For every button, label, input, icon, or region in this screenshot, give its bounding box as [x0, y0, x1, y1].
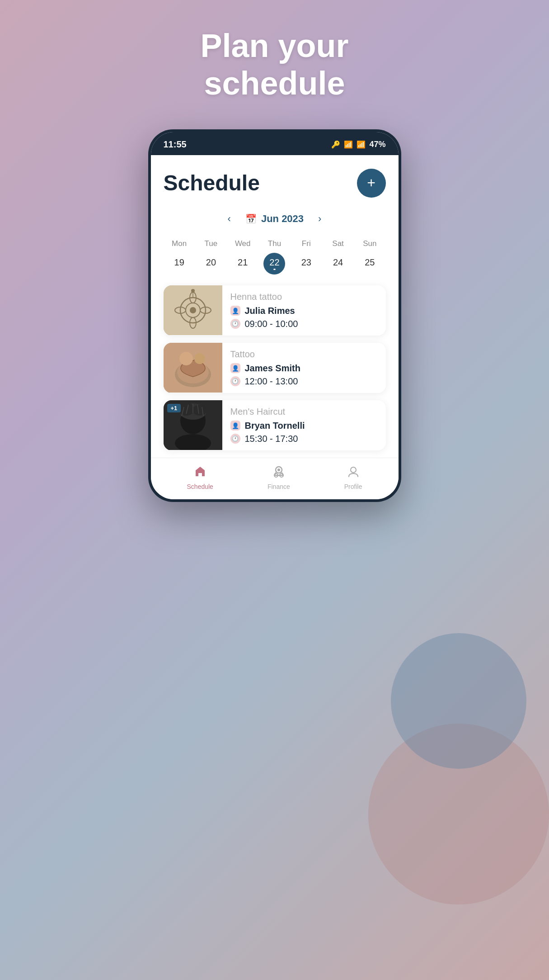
phone-inner: 11:55 🔑 📶 📶 47% Schedule + ‹ 📅 Jun 2023 — [151, 132, 399, 499]
appt-person-1: 👤 James Smith — [230, 363, 378, 374]
nav-item-finance[interactable]: Finance — [267, 465, 290, 490]
calendar-month: 📅 Jun 2023 — [245, 213, 304, 225]
cal-date-20[interactable]: 20 — [195, 253, 227, 275]
appt-time-text-0: 09:00 - 10:00 — [245, 319, 298, 329]
appt-time-1: 🕐 12:00 - 13:00 — [230, 376, 378, 387]
appt-time-text-2: 15:30 - 17:30 — [245, 434, 298, 444]
person-icon-1: 👤 — [230, 363, 240, 373]
svg-point-14 — [194, 353, 205, 364]
cal-date-24[interactable]: 24 — [322, 253, 354, 275]
clock-icon-2: 🕐 — [230, 434, 240, 444]
next-month-button[interactable]: › — [313, 210, 327, 227]
svg-point-13 — [179, 352, 193, 365]
svg-point-3 — [190, 307, 196, 313]
bottom-nav: Schedule Finance — [151, 458, 399, 499]
title-line1: Plan your — [200, 28, 348, 64]
app-title: Schedule — [164, 170, 260, 195]
svg-point-27 — [277, 469, 280, 471]
calendar-grid: Mon Tue Wed Thu Fri Sat Sun 19 20 21 22 … — [164, 237, 386, 275]
appt-image-henna — [164, 285, 222, 335]
day-header-sun: Sun — [354, 237, 385, 253]
finance-nav-label: Finance — [267, 483, 290, 490]
appt-service-0: Henna tattoo — [230, 292, 378, 302]
key-icon: 🔑 — [331, 140, 340, 149]
schedule-nav-icon — [194, 465, 206, 481]
appt-service-1: Tattoo — [230, 349, 378, 360]
clock-icon-0: 🕐 — [230, 319, 240, 329]
status-time: 11:55 — [164, 139, 187, 150]
cal-date-23[interactable]: 23 — [291, 253, 322, 275]
appt-details-0: Henna tattoo 👤 Julia Rimes 🕐 09:00 - 10:… — [222, 285, 386, 336]
status-icons: 🔑 📶 📶 47% — [331, 140, 385, 149]
tattoo-art-svg — [164, 343, 222, 393]
battery-level: 47% — [369, 140, 385, 149]
add-appointment-button[interactable]: + — [357, 169, 386, 198]
appt-details-2: Men's Haircut 👤 Bryan Tornelli 🕐 15:30 -… — [222, 400, 386, 450]
appt-image-tattoo — [164, 343, 222, 393]
prev-month-button[interactable]: ‹ — [222, 210, 236, 227]
appointment-card-0[interactable]: Henna tattoo 👤 Julia Rimes 🕐 09:00 - 10:… — [164, 285, 386, 336]
profile-nav-label: Profile — [344, 483, 362, 490]
nav-item-profile[interactable]: Profile — [344, 465, 362, 490]
phone-frame: 11:55 🔑 📶 📶 47% Schedule + ‹ 📅 Jun 2023 — [148, 129, 401, 502]
cal-date-25[interactable]: 25 — [354, 253, 385, 275]
appt-service-2: Men's Haircut — [230, 407, 378, 417]
appt-person-0: 👤 Julia Rimes — [230, 306, 378, 316]
person-icon-2: 👤 — [230, 421, 240, 431]
month-label: Jun 2023 — [261, 213, 304, 225]
appt-time-2: 🕐 15:30 - 17:30 — [230, 434, 378, 444]
cal-date-22-selected[interactable]: 22 — [263, 253, 285, 275]
selected-date-label: 22 — [269, 257, 279, 268]
day-header-fri: Fri — [291, 237, 322, 253]
cal-date-19[interactable]: 19 — [164, 253, 195, 275]
person-icon-0: 👤 — [230, 306, 240, 316]
app-header: Schedule + — [164, 169, 386, 198]
appointment-card-2[interactable]: +1 — [164, 400, 386, 450]
bg-decoration-2 — [391, 633, 526, 769]
app-content: Schedule + ‹ 📅 Jun 2023 › Mon Tue Wed Th… — [151, 155, 399, 458]
selected-date-dot — [273, 269, 276, 270]
appt-details-1: Tattoo 👤 James Smith 🕐 12:00 - 13:00 — [222, 343, 386, 393]
appt-person-name-2: Bryan Tornelli — [245, 421, 305, 431]
appointments-list: Henna tattoo 👤 Julia Rimes 🕐 09:00 - 10:… — [164, 285, 386, 458]
nav-item-schedule[interactable]: Schedule — [187, 465, 213, 490]
appt-image-haircut: +1 — [164, 400, 222, 450]
page-title: Plan your schedule — [200, 27, 348, 102]
svg-point-19 — [192, 405, 207, 416]
calendar-nav: ‹ 📅 Jun 2023 › — [164, 210, 386, 227]
title-line2: schedule — [204, 65, 345, 101]
day-header-thu: Thu — [258, 237, 290, 253]
cal-date-21[interactable]: 21 — [227, 253, 258, 275]
svg-point-9 — [191, 289, 195, 293]
day-header-sat: Sat — [322, 237, 354, 253]
wifi-icon: 📶 — [344, 140, 353, 149]
svg-point-30 — [351, 467, 356, 473]
henna-art-svg — [164, 285, 222, 335]
appt-person-name-1: James Smith — [245, 363, 300, 374]
day-header-tue: Tue — [195, 237, 227, 253]
day-header-wed: Wed — [227, 237, 258, 253]
profile-nav-icon — [347, 465, 360, 481]
appt-person-2: 👤 Bryan Tornelli — [230, 421, 378, 431]
clock-icon-1: 🕐 — [230, 376, 240, 386]
schedule-nav-label: Schedule — [187, 483, 213, 490]
appt-time-text-1: 12:00 - 13:00 — [245, 376, 298, 387]
day-header-mon: Mon — [164, 237, 195, 253]
status-bar: 11:55 🔑 📶 📶 47% — [151, 132, 399, 155]
badge-plus: +1 — [167, 404, 181, 412]
appointment-card-1[interactable]: Tattoo 👤 James Smith 🕐 12:00 - 13:00 — [164, 343, 386, 393]
calendar-icon: 📅 — [245, 213, 257, 224]
finance-nav-icon — [272, 465, 285, 481]
appt-time-0: 🕐 09:00 - 10:00 — [230, 319, 378, 329]
signal-icon: 📶 — [357, 140, 366, 149]
appt-person-name-0: Julia Rimes — [245, 306, 295, 316]
